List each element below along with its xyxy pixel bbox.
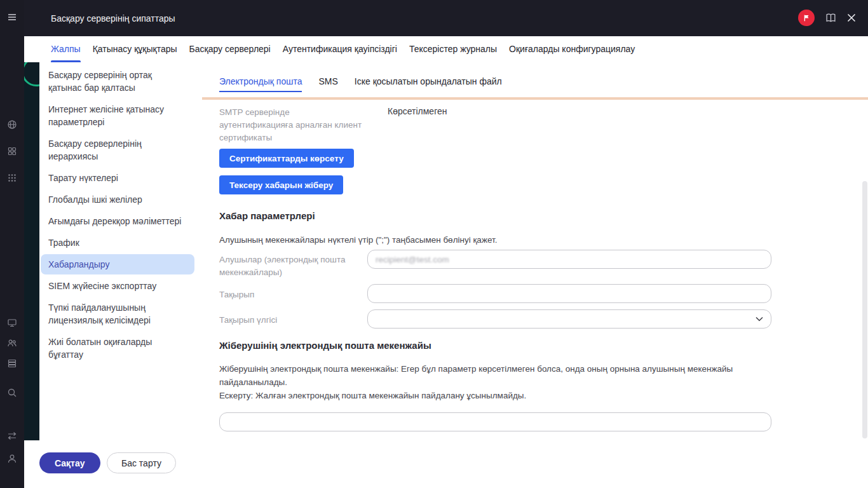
window-titlebar: Басқару серверінің сипаттары [24,0,868,36]
recipients-separator-hint: Алушының мекенжайлары нүктелі үтір (";")… [219,233,497,247]
sidebar-item-server-hierarchy[interactable]: Басқару серверлерінің иерархиясы [41,133,194,166]
manual-book-icon[interactable] [825,13,836,24]
vertical-scrollbar [862,102,867,440]
sender-address-input[interactable] [219,412,771,431]
subject-template-select[interactable] [367,309,771,329]
subtabs-divider [202,97,868,100]
recipients-label: Алушылар (электрондық пошта мекенжайлары… [219,254,365,279]
tab-event-configuration[interactable]: Оқиғаларды конфигурациялау [509,36,635,62]
subject-label: Тақырып [219,288,365,301]
dialog-footer: Сақтау Бас тарту [24,440,868,488]
tab-access-rights[interactable]: Қатынасу құқықтары [93,36,177,62]
sidebar-item-distribution-points[interactable]: Тарату нүктелері [41,168,194,188]
transfer-icon[interactable] [7,431,17,441]
person-icon[interactable] [7,454,17,464]
globe-icon[interactable] [7,119,17,130]
notification-subtabs: Электрондық пошта SMS Іске қосылатын оры… [219,76,502,92]
search-icon[interactable] [7,388,17,398]
subtab-email[interactable]: Электрондық пошта [219,76,302,92]
save-button[interactable]: Сақтау [39,452,100,473]
menu-icon[interactable] [7,12,17,22]
sender-hint-text: Жіберушінің электрондық пошта мекенжайы:… [219,362,782,389]
settings-section-list: Басқару серверінің ортақ қатынас бар қал… [39,64,202,366]
send-test-message-button[interactable]: Тексеру хабарын жіберу [219,175,343,194]
close-icon[interactable] [847,13,856,22]
sender-address-heading: Жіберушінің электрондық пошта мекенжайы [219,340,431,351]
tab-authentication-security[interactable]: Аутентификация қауіпсіздігі [283,36,397,62]
subtab-executable-file[interactable]: Іске қосылатын орындалатын файл [355,76,502,92]
show-certificates-button[interactable]: Сертификаттарды көрсету [219,149,354,168]
recipients-value: recipient@test.com [376,255,449,264]
notification-settings-panel: Электрондық пошта SMS Іске қосылатын оры… [202,62,868,440]
tab-administration-servers[interactable]: Басқару серверлері [189,36,271,62]
sidebar-item-traffic[interactable]: Трафик [41,233,194,253]
users-icon[interactable] [7,338,17,348]
sidebar-item-siem-export[interactable]: SIEM жүйесіне экспорттау [41,276,194,296]
logo-ring-decoration [24,62,39,86]
properties-tabs: Жалпы Қатынасу құқықтары Басқару серверл… [24,36,868,62]
smtp-cert-value: Көрсетілмеген [388,106,447,116]
grid-icon[interactable] [7,146,17,156]
sidebar-item-database-info[interactable]: Ағымдағы дерекқор мәліметтері [41,211,194,231]
tab-audit-log[interactable]: Тексерістер журналы [409,36,497,62]
sender-note-text: Ескерту: Жалған электрондық пошта мекенж… [219,389,782,402]
sidebar-item-shared-folder[interactable]: Басқару серверінің ортақ қатынас бар қал… [41,65,194,98]
sidebar-item-global-subnets[interactable]: Глобалды ішкі желілер [41,189,194,210]
subtab-sms[interactable]: SMS [318,76,337,92]
tab-general[interactable]: Жалпы [51,36,81,62]
message-parameters-heading: Хабар параметрлері [219,210,315,221]
subject-template-label: Тақырып үлгісі [219,314,365,327]
servers-icon[interactable] [7,358,17,369]
chevron-down-icon [756,316,763,322]
window-title: Басқару серверінің сипаттары [51,13,175,24]
sidebar-item-notifications[interactable]: Хабарландыру [41,254,194,274]
console-rail [0,0,24,488]
smtp-cert-label: SMTP серверінде аутентификацияға арналға… [219,106,364,144]
sender-address-hint: Жіберушінің электрондық пошта мекенжайы:… [219,362,782,402]
support-flag-icon[interactable] [798,10,815,26]
scrollbar-thumb[interactable] [862,181,867,438]
sidebar-item-frequent-events[interactable]: Жиі болатын оқиғаларды бұғаттау [41,332,194,365]
sidebar-item-internet-access[interactable]: Интернет желісіне қатынасу параметрлері [41,99,194,132]
console-background-strip [24,62,39,440]
subject-input[interactable] [367,284,771,303]
sidebar-item-eula[interactable]: Түпкі пайдаланушының лицензиялық келісім… [41,297,194,330]
apps-dots-icon[interactable] [7,173,17,183]
recipients-input[interactable]: recipient@test.com [367,250,771,269]
cancel-button[interactable]: Бас тарту [107,452,176,473]
monitor-icon[interactable] [7,318,17,328]
